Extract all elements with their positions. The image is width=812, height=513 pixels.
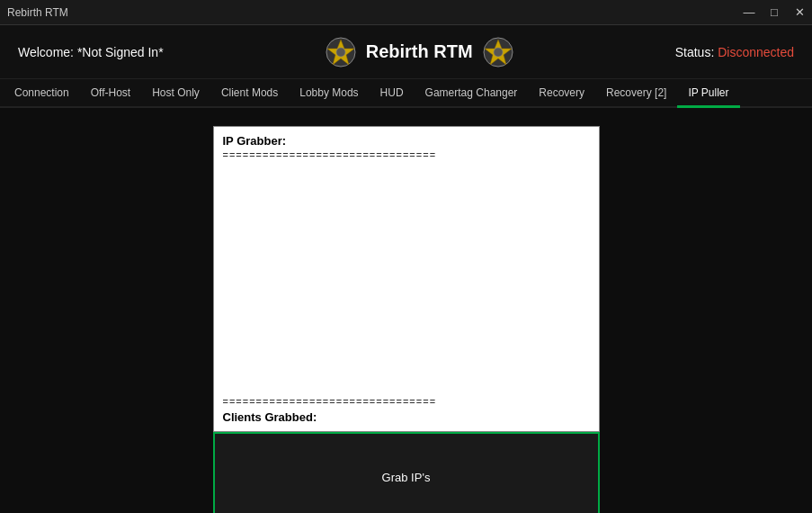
minimize-button[interactable]: — bbox=[736, 0, 762, 25]
nav-item-lobby-mods[interactable]: Lobby Mods bbox=[289, 79, 369, 108]
nav-item-ip-puller[interactable]: IP Puller bbox=[677, 79, 739, 108]
navigation-bar: Connection Off-Host Host Only Client Mod… bbox=[0, 79, 812, 108]
svg-point-2 bbox=[336, 48, 345, 57]
maximize-button[interactable]: □ bbox=[762, 0, 787, 25]
nav-item-recovery2[interactable]: Recovery [2] bbox=[595, 79, 677, 108]
ip-grabber-separator-bottom: ================================ bbox=[223, 389, 590, 407]
nav-item-client-mods[interactable]: Client Mods bbox=[210, 79, 289, 108]
status-label: Status: bbox=[675, 45, 715, 59]
close-button[interactable]: ✕ bbox=[787, 0, 812, 25]
nav-item-host-only[interactable]: Host Only bbox=[141, 79, 210, 108]
main-content: IP Grabber: ============================… bbox=[0, 108, 812, 513]
right-emblem-icon bbox=[482, 36, 514, 68]
header: Welcome: *Not Signed In* Rebirth RTM Sta… bbox=[0, 25, 812, 79]
welcome-prefix: Welcome: bbox=[18, 45, 77, 59]
nav-item-recovery[interactable]: Recovery bbox=[528, 79, 595, 108]
grab-ips-label: Grab IP's bbox=[382, 471, 431, 484]
title-bar: Rebirth RTM — □ ✕ bbox=[0, 0, 812, 25]
grab-ips-button[interactable]: Grab IP's bbox=[213, 432, 600, 513]
nav-item-connection[interactable]: Connection bbox=[4, 79, 80, 108]
welcome-text: Welcome: *Not Signed In* bbox=[18, 45, 164, 59]
nav-item-hud[interactable]: HUD bbox=[370, 79, 415, 108]
window-controls: — □ ✕ bbox=[736, 0, 812, 25]
clients-grabbed-label: Clients Grabbed: bbox=[223, 410, 590, 424]
nav-item-off-host[interactable]: Off-Host bbox=[80, 79, 141, 108]
status-value: Disconnected bbox=[718, 45, 794, 59]
ip-grabber-content-area bbox=[223, 164, 590, 389]
ip-puller-panel: IP Grabber: ============================… bbox=[213, 126, 600, 513]
app-title: Rebirth RTM bbox=[366, 41, 473, 62]
left-emblem-icon bbox=[325, 36, 357, 68]
svg-point-5 bbox=[494, 48, 503, 57]
ip-grabber-separator-top: ================================ bbox=[223, 149, 590, 160]
ip-grabber-display: IP Grabber: ============================… bbox=[213, 126, 600, 432]
app-branding: Rebirth RTM bbox=[325, 36, 514, 68]
status-area: Status: Disconnected bbox=[675, 45, 794, 59]
title-bar-text: Rebirth RTM bbox=[7, 6, 68, 19]
nav-item-gamertag-changer[interactable]: Gamertag Changer bbox=[415, 79, 529, 108]
welcome-user: *Not Signed In* bbox=[77, 45, 164, 59]
ip-grabber-title: IP Grabber: bbox=[223, 134, 590, 148]
